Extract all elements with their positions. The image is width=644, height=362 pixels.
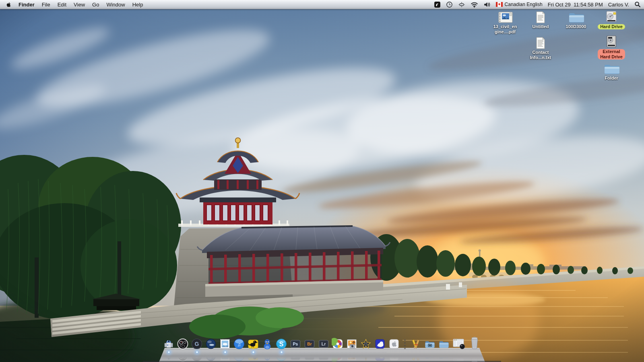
dock-item-finder-r2d2[interactable] bbox=[162, 337, 175, 350]
dock-item-applications-folder[interactable] bbox=[409, 337, 422, 350]
iphoto-icon bbox=[346, 338, 358, 350]
menu-view[interactable]: View bbox=[70, 0, 89, 9]
running-indicator bbox=[224, 351, 227, 354]
dock-item-map-app[interactable] bbox=[374, 337, 386, 350]
text-document-icon bbox=[535, 37, 546, 49]
trash-icon bbox=[468, 336, 481, 350]
dashboard-gauges-icon bbox=[177, 338, 189, 350]
lightroom-icon: Lr bbox=[318, 338, 330, 350]
desktop-icon-label: 13_civil_en gine....pdf bbox=[493, 24, 517, 35]
status-sync-menu[interactable] bbox=[458, 0, 465, 9]
desktop-icon-label: External Hard Drive bbox=[598, 49, 625, 60]
dock-item-bridge[interactable]: Br bbox=[303, 337, 316, 350]
adium-duck-icon bbox=[261, 338, 273, 350]
mail-stamp-icon bbox=[219, 338, 231, 350]
time-machine-icon bbox=[446, 1, 453, 8]
imovie-star-icon bbox=[360, 338, 372, 350]
r2d2-robot-icon bbox=[163, 338, 175, 350]
dock-item-dashboard[interactable] bbox=[176, 337, 189, 350]
g-browser-icon: G bbox=[191, 338, 203, 350]
folder-icon bbox=[603, 64, 619, 75]
dock-item-iphoto[interactable] bbox=[345, 337, 358, 350]
svg-text:S: S bbox=[279, 341, 284, 348]
running-indicator bbox=[280, 351, 283, 354]
external-drive-icon bbox=[606, 35, 617, 48]
canada-flag-icon bbox=[496, 2, 503, 7]
apple-utility-icon bbox=[388, 338, 400, 350]
photoshop-icon: Ps bbox=[289, 338, 301, 350]
dock: G ♫ S Ps Br Lr bbox=[159, 346, 485, 362]
status-time-machine-menu[interactable] bbox=[446, 0, 453, 9]
app-swirl-icon bbox=[434, 1, 441, 8]
dock-item-mail-stamp[interactable] bbox=[219, 337, 231, 350]
desktop-icon-untitled[interactable]: Untitled bbox=[523, 11, 558, 29]
apple-icon bbox=[6, 1, 12, 8]
desktop-icon-label: Contact Info...n.txt bbox=[530, 50, 551, 60]
dock-item-photoshop[interactable]: Ps bbox=[289, 337, 302, 350]
svg-text:Lr: Lr bbox=[322, 341, 326, 346]
menu-go[interactable]: Go bbox=[89, 0, 103, 9]
globe-cloud-icon bbox=[205, 338, 217, 350]
running-indicator bbox=[252, 351, 255, 354]
svg-text:♫: ♫ bbox=[237, 342, 241, 348]
status-wifi-menu[interactable] bbox=[471, 0, 478, 9]
dock-item-picasa[interactable] bbox=[331, 337, 344, 350]
menu-clock[interactable]: Fri Oct 29 11:54:58 PM bbox=[548, 0, 603, 9]
dock-item-imovie[interactable] bbox=[359, 337, 372, 350]
minimized-window-icon bbox=[452, 336, 466, 350]
dock-item-skype[interactable]: S bbox=[275, 337, 288, 350]
picasa-pinwheel-icon bbox=[332, 338, 344, 350]
desktop-icon-label: 100D3000 bbox=[566, 24, 586, 29]
running-indicator bbox=[167, 351, 170, 354]
dock-item-itunes[interactable]: ♫ bbox=[233, 337, 246, 350]
skype-icon: S bbox=[275, 338, 287, 350]
dock-item-pictures-folder[interactable] bbox=[423, 337, 436, 350]
desktop-icon-hard-drive[interactable]: Hard Drive bbox=[594, 10, 629, 29]
desktop-icon-external-hard-drive[interactable]: External Hard Drive bbox=[594, 35, 629, 60]
pictures-folder-icon bbox=[424, 338, 436, 350]
applications-ruler-pencil-icon bbox=[410, 338, 422, 350]
dock-shelf bbox=[159, 348, 485, 362]
spotlight-menu[interactable] bbox=[634, 0, 641, 9]
documents-folder-icon bbox=[438, 338, 450, 350]
user-menu[interactable]: Carlos V. bbox=[608, 0, 629, 9]
blue-map-app-icon bbox=[374, 338, 386, 350]
dock-separator bbox=[402, 338, 408, 350]
folder-icon bbox=[568, 12, 584, 23]
dock-item-minimized-window[interactable] bbox=[452, 336, 466, 350]
desktop-icon-contact-info[interactable]: Contact Info...n.txt bbox=[523, 37, 558, 60]
desktop-icon-label: Folder bbox=[605, 76, 618, 81]
internal-drive-icon bbox=[606, 10, 617, 23]
spotlight-icon bbox=[634, 1, 641, 8]
svg-text:Br: Br bbox=[307, 341, 312, 346]
menu-file[interactable]: File bbox=[38, 0, 54, 9]
desktop-icon-label: Untitled bbox=[533, 24, 549, 29]
status-input-language[interactable]: Canadian English bbox=[496, 0, 543, 9]
volume-icon bbox=[483, 1, 491, 8]
itunes-icon: ♫ bbox=[233, 338, 245, 350]
menu-help[interactable]: Help bbox=[129, 0, 147, 9]
menu-edit[interactable]: Edit bbox=[54, 0, 70, 9]
apple-menu[interactable] bbox=[3, 0, 15, 9]
desktop-icon-label: Hard Drive bbox=[598, 24, 625, 29]
menu-window[interactable]: Window bbox=[103, 0, 128, 9]
dock-item-adium[interactable] bbox=[261, 337, 274, 350]
status-app-menu[interactable] bbox=[434, 0, 441, 9]
desktop-icon-pdf[interactable]: 13_civil_en gine....pdf bbox=[487, 11, 523, 35]
dock-item-g-browser[interactable]: G bbox=[190, 337, 203, 350]
dock-item-twitterrific[interactable] bbox=[247, 337, 260, 350]
dock-item-documents-folder[interactable] bbox=[438, 337, 450, 350]
wifi-icon bbox=[471, 1, 478, 8]
desktop-screen: Finder File Edit View Go Window Help Can… bbox=[0, 0, 644, 362]
desktop-icon-100d3000[interactable]: 100D3000 bbox=[558, 12, 594, 29]
sync-icon bbox=[458, 1, 465, 8]
desktop-icon-folder[interactable]: Folder bbox=[594, 64, 629, 81]
dock-item-globe-app[interactable] bbox=[204, 337, 217, 350]
running-indicator bbox=[196, 351, 198, 354]
dock-item-apple-utility[interactable] bbox=[388, 337, 400, 350]
text-document-icon bbox=[535, 11, 546, 23]
dock-item-trash[interactable] bbox=[467, 336, 482, 350]
menu-app-name[interactable]: Finder bbox=[15, 0, 38, 9]
dock-item-lightroom[interactable]: Lr bbox=[317, 337, 330, 350]
status-volume-menu[interactable] bbox=[483, 0, 491, 9]
